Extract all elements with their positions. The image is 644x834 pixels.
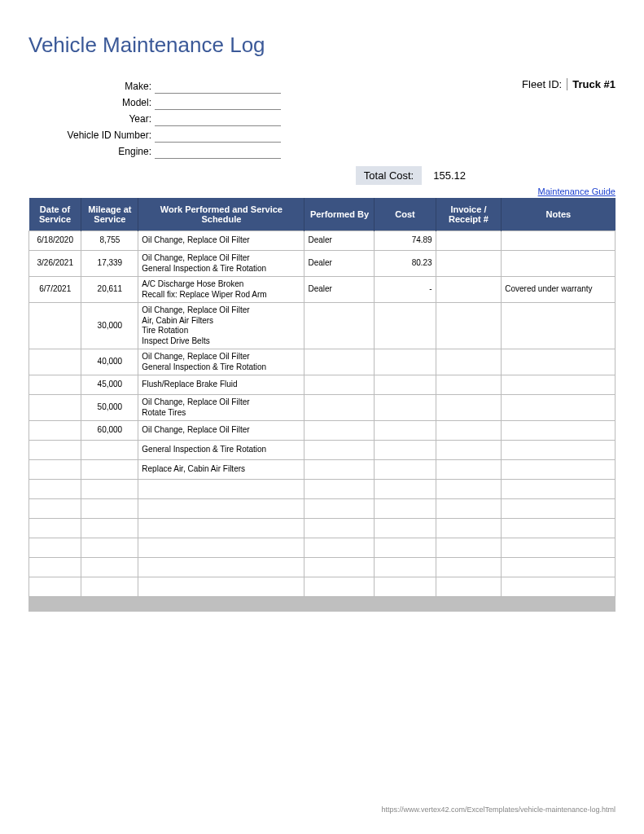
cell-date[interactable] <box>29 538 81 558</box>
cell-cost[interactable]: 74.89 <box>375 231 436 251</box>
cell-work[interactable]: General Inspection & Tire Rotation <box>138 441 304 460</box>
cell-notes[interactable] <box>502 460 616 480</box>
cell-date[interactable] <box>29 577 81 597</box>
cell-work[interactable] <box>138 480 304 499</box>
cell-work[interactable] <box>138 538 304 558</box>
cell-invoice[interactable] <box>436 519 502 538</box>
cell-date[interactable] <box>29 499 81 519</box>
cell-date[interactable]: 3/26/2021 <box>29 251 81 277</box>
cell-cost[interactable]: 80.23 <box>375 251 436 277</box>
cell-performed[interactable] <box>304 577 375 597</box>
cell-invoice[interactable] <box>436 375 502 395</box>
cell-notes[interactable] <box>502 395 616 421</box>
cell-work[interactable] <box>138 577 304 597</box>
cell-cost[interactable]: - <box>375 277 436 303</box>
cell-invoice[interactable] <box>436 421 502 441</box>
cell-cost[interactable] <box>375 558 436 577</box>
cell-performed[interactable] <box>304 421 375 441</box>
cell-performed[interactable] <box>304 499 375 519</box>
cell-cost[interactable] <box>375 349 436 375</box>
cell-date[interactable] <box>29 460 81 480</box>
cell-invoice[interactable] <box>436 558 502 577</box>
cell-invoice[interactable] <box>436 251 502 277</box>
cell-cost[interactable] <box>375 395 436 421</box>
cell-mileage[interactable]: 50,000 <box>81 395 138 421</box>
cell-work[interactable]: Oil Change, Replace Oil Filter General I… <box>138 349 304 375</box>
cell-notes[interactable] <box>502 251 616 277</box>
cell-work[interactable] <box>138 558 304 577</box>
engine-input[interactable] <box>155 144 281 159</box>
cell-invoice[interactable] <box>436 231 502 251</box>
cell-work[interactable]: Oil Change, Replace Oil Filter <box>138 421 304 441</box>
cell-invoice[interactable] <box>436 395 502 421</box>
cell-performed[interactable] <box>304 395 375 421</box>
cell-mileage[interactable]: 30,000 <box>81 303 138 349</box>
cell-work[interactable]: Replace Air, Cabin Air Filters <box>138 460 304 480</box>
maintenance-guide-link[interactable]: Maintenance Guide <box>538 187 616 196</box>
cell-mileage[interactable] <box>81 460 138 480</box>
cell-invoice[interactable] <box>436 538 502 558</box>
cell-mileage[interactable] <box>81 577 138 597</box>
cell-notes[interactable] <box>502 231 616 251</box>
cell-date[interactable]: 6/18/2020 <box>29 231 81 251</box>
cell-work[interactable]: Oil Change, Replace Oil Filter General I… <box>138 251 304 277</box>
cell-mileage[interactable]: 20,611 <box>81 277 138 303</box>
cell-performed[interactable] <box>304 303 375 349</box>
model-input[interactable] <box>155 95 281 110</box>
cell-notes[interactable]: Covered under warranty <box>502 277 616 303</box>
cell-date[interactable] <box>29 519 81 538</box>
cell-mileage[interactable] <box>81 519 138 538</box>
cell-mileage[interactable]: 17,339 <box>81 251 138 277</box>
cell-mileage[interactable] <box>81 499 138 519</box>
cell-performed[interactable]: Dealer <box>304 277 375 303</box>
cell-work[interactable]: Flush/Replace Brake Fluid <box>138 375 304 395</box>
cell-performed[interactable] <box>304 460 375 480</box>
cell-notes[interactable] <box>502 303 616 349</box>
cell-date[interactable] <box>29 480 81 499</box>
cell-performed[interactable]: Dealer <box>304 231 375 251</box>
year-input[interactable] <box>155 112 281 126</box>
cell-notes[interactable] <box>502 519 616 538</box>
cell-performed[interactable] <box>304 349 375 375</box>
cell-date[interactable] <box>29 558 81 577</box>
cell-performed[interactable] <box>304 441 375 460</box>
cell-date[interactable]: 6/7/2021 <box>29 277 81 303</box>
cell-performed[interactable] <box>304 375 375 395</box>
cell-work[interactable] <box>138 519 304 538</box>
cell-performed[interactable] <box>304 538 375 558</box>
cell-invoice[interactable] <box>436 349 502 375</box>
cell-mileage[interactable]: 45,000 <box>81 375 138 395</box>
cell-mileage[interactable] <box>81 480 138 499</box>
cell-notes[interactable] <box>502 441 616 460</box>
cell-work[interactable]: Oil Change, Replace Oil Filter Air, Cabi… <box>138 303 304 349</box>
cell-work[interactable]: Oil Change, Replace Oil Filter <box>138 231 304 251</box>
cell-mileage[interactable]: 60,000 <box>81 421 138 441</box>
cell-cost[interactable] <box>375 421 436 441</box>
cell-notes[interactable] <box>502 558 616 577</box>
cell-notes[interactable] <box>502 499 616 519</box>
cell-notes[interactable] <box>502 577 616 597</box>
cell-date[interactable] <box>29 349 81 375</box>
cell-invoice[interactable] <box>436 460 502 480</box>
cell-mileage[interactable]: 40,000 <box>81 349 138 375</box>
make-input[interactable] <box>155 79 281 94</box>
cell-cost[interactable] <box>375 303 436 349</box>
vin-input[interactable] <box>155 128 281 143</box>
cell-work[interactable]: A/C Discharge Hose Broken Recall fix: Re… <box>138 277 304 303</box>
cell-mileage[interactable] <box>81 538 138 558</box>
cell-date[interactable] <box>29 395 81 421</box>
cell-notes[interactable] <box>502 480 616 499</box>
cell-invoice[interactable] <box>436 577 502 597</box>
cell-performed[interactable]: Dealer <box>304 251 375 277</box>
cell-cost[interactable] <box>375 519 436 538</box>
cell-mileage[interactable]: 8,755 <box>81 231 138 251</box>
cell-performed[interactable] <box>304 558 375 577</box>
cell-notes[interactable] <box>502 349 616 375</box>
cell-cost[interactable] <box>375 460 436 480</box>
cell-cost[interactable] <box>375 375 436 395</box>
cell-work[interactable] <box>138 499 304 519</box>
cell-cost[interactable] <box>375 480 436 499</box>
cell-cost[interactable] <box>375 538 436 558</box>
cell-mileage[interactable] <box>81 558 138 577</box>
cell-invoice[interactable] <box>436 303 502 349</box>
